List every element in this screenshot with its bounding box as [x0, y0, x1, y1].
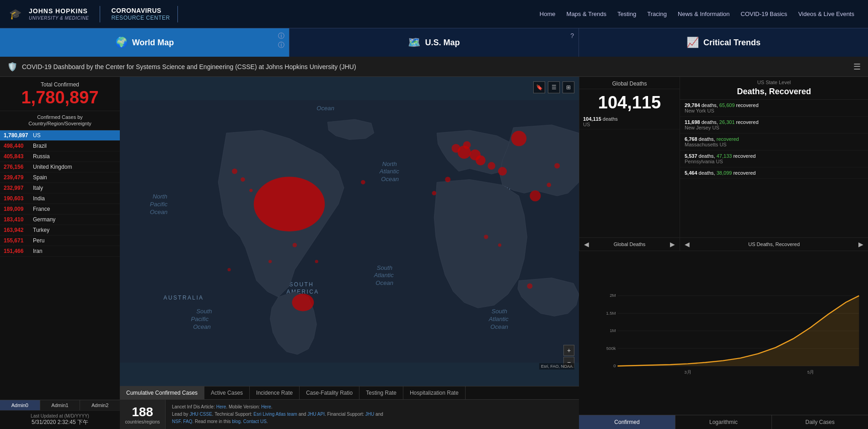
map-filter-2[interactable]: Incidence Rate — [250, 386, 300, 399]
jhu-link[interactable]: JHU — [365, 412, 374, 417]
dot14 — [268, 260, 272, 263]
nav-testing[interactable]: Testing — [613, 8, 641, 20]
country-item-9[interactable]: 163,942Turkey — [0, 225, 120, 236]
blog-link[interactable]: blog — [232, 419, 241, 424]
zoom-in-button[interactable]: + — [563, 345, 574, 356]
dot10 — [498, 243, 501, 247]
country-count-4: 239,479 — [4, 174, 30, 181]
info-icon-2: ⓘ — [278, 41, 284, 49]
us-map-icon: 🗺️ — [408, 37, 420, 48]
map-filter-1[interactable]: Active Cases — [204, 386, 250, 399]
nsf-link[interactable]: NSF — [172, 419, 181, 424]
info-icon-1: ⓘ — [278, 32, 284, 40]
nav-maps-trends[interactable]: Maps & Trends — [562, 8, 611, 20]
country-count-2: 405,843 — [4, 153, 30, 160]
tab-us-map[interactable]: 🗺️ U.S. Map ? — [289, 28, 579, 57]
country-item-7[interactable]: 189,009France — [0, 204, 120, 214]
country-count-label: countries/regions — [125, 419, 160, 424]
dot7 — [554, 163, 560, 169]
north-atlantic-label3: Ocean — [381, 176, 399, 182]
hamburger-menu[interactable]: ☰ — [853, 62, 861, 72]
pa-deaths: 5,537 — [685, 153, 697, 159]
us-panel-header: US State Level — [680, 77, 868, 86]
country-item-4[interactable]: 239,479Spain — [0, 172, 120, 183]
dot9 — [484, 235, 488, 239]
country-list: 1,780,897US498,440Brazil405,843Russia276… — [0, 130, 120, 400]
chart-tab-1[interactable]: Logarithmic — [675, 415, 772, 429]
y-label-2m: 2M — [610, 293, 616, 298]
nj-deaths-label: deaths, — [702, 119, 719, 125]
country-item-10[interactable]: 155,671Peru — [0, 236, 120, 246]
header: 🎓 JOHNS HOPKINS UNIVERSITY & MEDICINE CO… — [0, 0, 868, 28]
total-confirmed-box: Total Confirmed 1,780,897 — [0, 77, 120, 111]
total-confirmed-value: 1,780,897 — [4, 89, 116, 106]
us-panel-prev[interactable]: ◀ — [685, 241, 690, 248]
nav-tracing[interactable]: Tracing — [643, 8, 671, 20]
tab-info-icons: ⓘ ⓘ — [278, 32, 284, 49]
ny-deaths-label: deaths, — [702, 102, 719, 108]
logo-divider — [100, 6, 100, 22]
country-item-6[interactable]: 190,603India — [0, 193, 120, 204]
last-updated-value: 5/31/2020 2:32:45 下午 — [4, 418, 116, 426]
map-filter-0[interactable]: Cumulative Confirmed Cases — [120, 386, 204, 399]
chart-tab-2[interactable]: Daily Cases — [772, 415, 868, 429]
pa-recovered-label: recovered — [733, 153, 755, 159]
tab-bar: 🌍 World Map ⓘ ⓘ 🗺️ U.S. Map ? 📈 Critical… — [0, 28, 868, 57]
mobile-link[interactable]: Here — [261, 404, 271, 409]
nav-covid-basics[interactable]: COVID-19 Basics — [736, 8, 792, 20]
country-item-11[interactable]: 151,466Iran — [0, 246, 120, 257]
grid-button[interactable]: ⊞ — [563, 81, 574, 93]
map-filter-3[interactable]: Case-Fatality Ratio — [300, 386, 359, 399]
nav-videos[interactable]: Videos & Live Events — [793, 8, 859, 20]
bookmark-button[interactable]: 🔖 — [533, 81, 545, 93]
country-item-8[interactable]: 183,410Germany — [0, 214, 120, 225]
nav-home[interactable]: Home — [535, 8, 560, 20]
map-filter-4[interactable]: Testing Rate — [359, 386, 403, 399]
jhu-csse-link[interactable]: JHU CSSE — [189, 412, 212, 417]
us-panel-next[interactable]: ▶ — [858, 241, 863, 248]
map-filter-5[interactable]: Hospitalization Rate — [403, 386, 466, 399]
panel-next-button[interactable]: ▶ — [670, 241, 675, 248]
map-area: North Pacific Ocean North Atlantic Ocean… — [120, 77, 579, 429]
country-name-2: Russia — [33, 153, 50, 160]
panel-prev-button[interactable]: ◀ — [584, 241, 589, 248]
nav-news[interactable]: News & Information — [673, 8, 734, 20]
country-item-5[interactable]: 232,997Italy — [0, 183, 120, 193]
y-label-500k: 500k — [606, 346, 616, 351]
us-state-item-2: 11,698 deaths, 26,301 recovered New Jers… — [680, 117, 868, 134]
south-atlantic-label3: Ocean — [375, 279, 393, 286]
jhu-api-link[interactable]: JHU API — [307, 412, 325, 417]
country-item-3[interactable]: 276,156United Kingdom — [0, 162, 120, 172]
state5-deaths: 5,464 — [685, 170, 697, 176]
jhu-crest-icon: 🎓 — [9, 8, 21, 20]
north-pacific-ocean-label3: Ocean — [150, 209, 168, 215]
country-item-0[interactable]: 1,780,897US — [0, 130, 120, 141]
admin-tab-admin2[interactable]: Admin2 — [80, 400, 120, 410]
tab-critical-trends[interactable]: 📈 Critical Trends — [579, 28, 868, 57]
chart-tab-0[interactable]: Confirmed — [579, 415, 675, 429]
admin-tab-admin1[interactable]: Admin1 — [40, 400, 80, 410]
us-state-item-3: 6,768 deaths, recovered Massachusetts US — [680, 134, 868, 150]
country-count-5: 232,997 — [4, 185, 30, 191]
map-container[interactable]: North Pacific Ocean North Atlantic Ocean… — [120, 77, 579, 386]
country-item-1[interactable]: 498,440Brazil — [0, 141, 120, 151]
lancet-link[interactable]: Here — [216, 404, 226, 409]
north-atlantic-label: North — [382, 161, 397, 167]
list-button[interactable]: ☰ — [548, 81, 560, 93]
contact-link[interactable]: Contact US — [243, 419, 267, 424]
esri-link[interactable]: Esri Living Atlas team — [253, 412, 297, 417]
faq-link[interactable]: FAQ — [183, 419, 192, 424]
tab-critical-trends-label: Critical Trends — [703, 38, 761, 48]
country-count-box: 188 countries/regions — [120, 400, 166, 429]
rc-title: CORONAVIRUS — [111, 6, 170, 15]
us-tab-info: ? — [570, 32, 574, 39]
country-item-2[interactable]: 405,843Russia — [0, 151, 120, 162]
ny-recovered-label: recovered — [736, 102, 759, 108]
nj-deaths: 11,698 — [685, 119, 700, 125]
dashboard-title: COVID-19 Dashboard by the Center for Sys… — [22, 63, 853, 70]
us-state-item-4: 5,537 deaths, 47,133 recovered Pennsylva… — [680, 150, 868, 167]
tab-world-map[interactable]: 🌍 World Map ⓘ ⓘ — [0, 28, 289, 57]
dot8 — [547, 183, 551, 188]
admin-tab-admin0[interactable]: Admin0 — [0, 400, 40, 410]
dot6 — [249, 189, 252, 192]
